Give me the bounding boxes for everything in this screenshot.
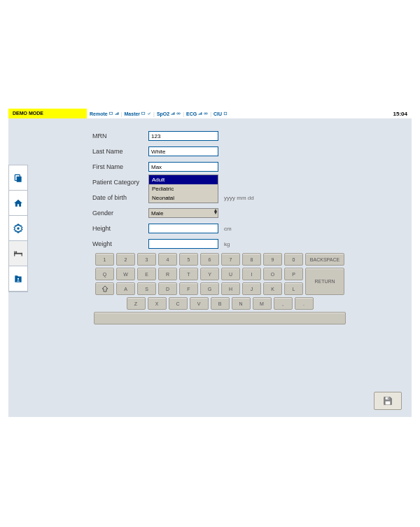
key-period[interactable]: . xyxy=(295,297,314,310)
key-k[interactable]: K xyxy=(263,282,282,295)
key-e[interactable]: E xyxy=(137,268,156,280)
first-name-input[interactable] xyxy=(148,162,218,172)
key-9[interactable]: 9 xyxy=(263,253,282,266)
svg-rect-5 xyxy=(172,114,172,115)
category-option-adult[interactable]: Adult xyxy=(149,175,218,184)
category-option-neonatal[interactable]: Neonatal xyxy=(149,193,218,203)
dob-label: Date of birth xyxy=(92,194,148,201)
sidebar-settings[interactable] xyxy=(9,216,27,241)
svg-rect-20 xyxy=(14,251,15,256)
key-shift[interactable] xyxy=(95,282,114,295)
svg-rect-11 xyxy=(200,113,201,114)
category-option-pediatric[interactable]: Pediatric xyxy=(149,184,218,193)
height-input[interactable] xyxy=(148,224,218,233)
gender-select[interactable] xyxy=(148,208,218,218)
on-screen-keyboard: 1 2 3 4 5 6 7 8 9 0 BACKSPACE Q W E R T … xyxy=(56,253,384,327)
key-y[interactable]: Y xyxy=(200,268,219,280)
key-d[interactable]: D xyxy=(158,282,177,295)
height-unit: cm xyxy=(224,226,232,232)
key-n[interactable]: N xyxy=(232,297,251,310)
svg-rect-7 xyxy=(174,112,174,115)
key-f[interactable]: F xyxy=(179,282,198,295)
key-1[interactable]: 1 xyxy=(95,253,114,266)
svg-rect-4 xyxy=(142,112,145,114)
key-0[interactable]: 0 xyxy=(284,253,303,266)
key-6[interactable]: 6 xyxy=(200,253,219,266)
svg-rect-0 xyxy=(109,112,112,114)
key-p[interactable]: P xyxy=(284,268,303,280)
gender-label: Gender xyxy=(92,210,148,217)
key-u[interactable]: U xyxy=(221,268,240,280)
sidebar xyxy=(8,165,28,292)
key-4[interactable]: 4 xyxy=(158,253,177,266)
key-s[interactable]: S xyxy=(137,282,156,295)
dob-hint: yyyy mm dd xyxy=(224,195,254,201)
status-master[interactable]: Master xyxy=(125,111,152,116)
key-o[interactable]: O xyxy=(263,268,282,280)
save-button[interactable] xyxy=(374,392,402,410)
key-l[interactable]: L xyxy=(284,282,303,295)
key-m[interactable]: M xyxy=(253,297,272,310)
sidebar-patient[interactable] xyxy=(9,266,27,292)
last-name-label: Last Name xyxy=(92,148,148,155)
last-name-input[interactable] xyxy=(148,146,218,156)
weight-label: Weight xyxy=(92,240,148,247)
weight-input[interactable] xyxy=(148,239,218,249)
key-g[interactable]: G xyxy=(200,282,219,295)
svg-point-14 xyxy=(206,113,207,114)
key-h[interactable]: H xyxy=(221,282,240,295)
key-backspace[interactable]: BACKSPACE xyxy=(305,253,344,266)
key-5[interactable]: 5 xyxy=(179,253,198,266)
key-7[interactable]: 7 xyxy=(221,253,240,266)
svg-point-13 xyxy=(204,113,206,114)
key-q[interactable]: Q xyxy=(95,268,114,280)
clock: 15:04 xyxy=(389,109,412,118)
weight-unit: kg xyxy=(224,241,230,247)
first-name-label: First Name xyxy=(92,163,148,170)
category-dropdown: Adult Pediatric Neonatal xyxy=(148,174,218,203)
status-ecg[interactable]: ECG xyxy=(186,111,208,116)
key-x[interactable]: X xyxy=(148,297,167,310)
category-label: Patient Category xyxy=(92,179,148,186)
status-bar: Remote | Master | SpO2 | ECG | CIU xyxy=(87,109,389,118)
key-8[interactable]: 8 xyxy=(242,253,261,266)
key-i[interactable]: I xyxy=(242,268,261,280)
key-b[interactable]: B xyxy=(211,297,230,310)
key-space[interactable] xyxy=(94,312,346,324)
key-v[interactable]: V xyxy=(190,297,209,310)
save-icon xyxy=(382,395,393,406)
height-label: Height xyxy=(92,225,148,232)
status-ciu[interactable]: CIU xyxy=(214,111,227,116)
mrn-input[interactable] xyxy=(148,131,218,141)
key-t[interactable]: T xyxy=(179,268,198,280)
svg-point-18 xyxy=(17,227,20,230)
app-screen: DEMO MODE Remote | Master | SpO2 | ECG |… xyxy=(8,109,412,417)
sidebar-bed[interactable] xyxy=(9,241,27,266)
svg-rect-15 xyxy=(224,112,227,115)
key-c[interactable]: C xyxy=(169,297,188,310)
svg-rect-21 xyxy=(22,252,22,256)
svg-rect-17 xyxy=(17,176,22,182)
status-spo2[interactable]: SpO2 xyxy=(157,111,181,116)
key-j[interactable]: J xyxy=(242,282,261,295)
top-bar: DEMO MODE Remote | Master | SpO2 | ECG |… xyxy=(8,109,412,118)
sidebar-home[interactable] xyxy=(9,191,27,216)
svg-rect-6 xyxy=(173,113,174,114)
svg-rect-25 xyxy=(386,402,391,405)
key-return[interactable]: RETURN xyxy=(305,268,344,295)
key-w[interactable]: W xyxy=(116,268,135,280)
status-remote[interactable]: Remote xyxy=(90,111,119,116)
key-2[interactable]: 2 xyxy=(116,253,135,266)
svg-point-8 xyxy=(177,113,178,114)
key-r[interactable]: R xyxy=(158,268,177,280)
key-a[interactable]: A xyxy=(116,282,135,295)
svg-rect-12 xyxy=(201,112,202,115)
svg-rect-2 xyxy=(116,113,117,114)
key-3[interactable]: 3 xyxy=(137,253,156,266)
sidebar-copy[interactable] xyxy=(9,165,27,191)
key-z[interactable]: Z xyxy=(127,297,146,310)
mrn-label: MRN xyxy=(92,132,148,139)
svg-rect-26 xyxy=(388,397,388,399)
demo-mode-badge: DEMO MODE xyxy=(8,109,87,118)
key-comma[interactable]: , xyxy=(274,297,293,310)
